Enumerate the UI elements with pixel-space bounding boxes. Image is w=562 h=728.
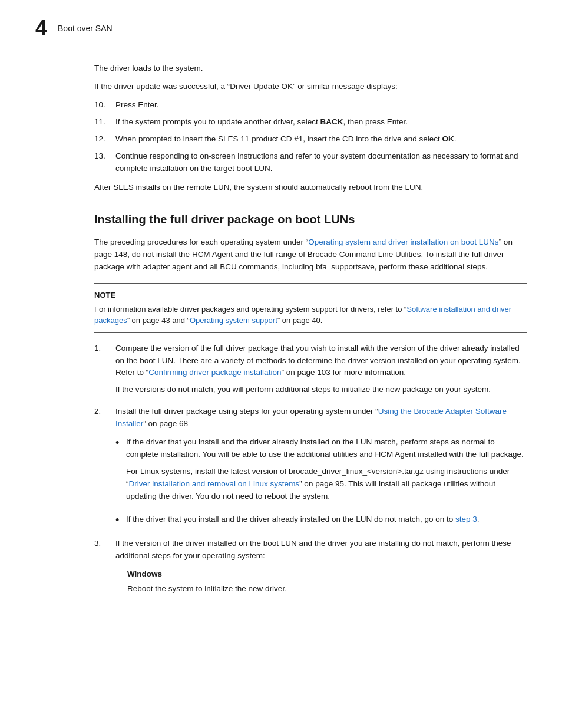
list-content-13: Continue responding to on-screen instruc… [115, 150, 527, 175]
section-heading: Installing the full driver package on bo… [94, 210, 527, 228]
step1-after: ” on page 103 for more information. [281, 368, 406, 377]
para-driver-loads: The driver loads to the system. [94, 62, 527, 75]
step-item-1: 1. Compare the version of the full drive… [94, 342, 527, 401]
note-text: For information available driver package… [94, 304, 527, 327]
bullet1-sub: For Linux systems, install the latest ve… [126, 466, 527, 503]
page-header: 4 Boot over SAN [35, 18, 527, 39]
list-content-11: If the system prompts you to update anot… [115, 116, 527, 129]
list-num-10: 10. [94, 99, 115, 111]
list-11-before: If the system prompts you to update anot… [115, 117, 320, 126]
step1-sub: If the versions do not match, you will p… [115, 384, 527, 396]
list-num-11: 11. [94, 116, 115, 129]
list-11-after: , then press Enter. [343, 117, 408, 126]
bullet1-text: If the driver that you install and the d… [126, 437, 524, 459]
steps-list-10-13: 10. Press Enter. 11. If the system promp… [94, 99, 527, 175]
list-12-bold: OK [442, 134, 454, 143]
section-intro-before: The preceding procedures for each operat… [94, 238, 308, 246]
windows-text: Reboot the system to initialize the new … [127, 583, 527, 595]
bullet-dot-1: • [115, 436, 126, 450]
chapter-number: 4 [35, 18, 47, 39]
list-12-before: When prompted to insert the SLES 11 prod… [115, 134, 442, 143]
list-content-12: When prompted to insert the SLES 11 prod… [115, 133, 527, 146]
step2-before: Install the full driver package using st… [115, 407, 378, 416]
bullet1-sub-link[interactable]: Driver installation and removal on Linux… [129, 479, 300, 488]
list-item-13: 13. Continue responding to on-screen ins… [94, 150, 527, 175]
step-num-3: 3. [94, 538, 115, 601]
note-box: NOTE For information available driver pa… [94, 283, 527, 333]
note-text-after: ” on page 40. [277, 316, 323, 325]
step1-link[interactable]: Confirming driver package installation [148, 368, 281, 377]
chapter-title: Boot over SAN [58, 22, 113, 35]
step3-windows: Windows Reboot the system to initialize … [115, 568, 527, 595]
step-content-1: Compare the version of the full driver p… [115, 342, 527, 401]
list-item-12: 12. When prompted to insert the SLES 11 … [94, 133, 527, 146]
bullet2-link[interactable]: step 3 [455, 515, 477, 523]
list-12-after: . [454, 134, 457, 143]
list-item-11: 11. If the system prompts you to update … [94, 116, 527, 129]
section-intro: The preceding procedures for each operat… [94, 236, 527, 274]
list-num-12: 12. [94, 133, 115, 146]
section-link1[interactable]: Operating system and driver installation… [308, 238, 498, 246]
para-driver-update: If the driver update was successful, a “… [94, 81, 527, 93]
note-text-before: For information available driver package… [94, 305, 406, 314]
step-item-3: 3. If the version of the driver installe… [94, 538, 527, 601]
bullet-content-1: If the driver that you install and the d… [126, 436, 527, 508]
bullet-item-2: • If the driver that you install and the… [115, 513, 527, 527]
page: 4 Boot over SAN The driver loads to the … [0, 0, 562, 728]
bullet-dot-2: • [115, 513, 126, 527]
para-after-sles: After SLES installs on the remote LUN, t… [94, 182, 527, 194]
bullet-item-1: • If the driver that you install and the… [115, 436, 527, 508]
step-num-2: 2. [94, 406, 115, 533]
list-item-10: 10. Press Enter. [94, 99, 527, 111]
list-num-13: 13. [94, 150, 115, 175]
step-content-2: Install the full driver package using st… [115, 406, 527, 533]
step2-bullets: • If the driver that you install and the… [115, 436, 527, 527]
step-item-2: 2. Install the full driver package using… [94, 406, 527, 533]
step3-text: If the version of the driver installed o… [115, 539, 511, 560]
note-label: NOTE [94, 289, 527, 301]
note-text-mid: ” on page 43 and “ [127, 316, 190, 325]
bullet2-after: . [477, 515, 480, 523]
note-link2[interactable]: Operating system support [190, 316, 277, 325]
steps-list-1-3: 1. Compare the version of the full drive… [94, 342, 527, 601]
content-area: The driver loads to the system. If the d… [35, 62, 527, 601]
windows-heading: Windows [127, 568, 527, 581]
bullet2-before: If the driver that you install and the d… [126, 515, 455, 523]
list-11-bold: BACK [320, 117, 343, 126]
step-content-3: If the version of the driver installed o… [115, 538, 527, 601]
step2-after: ” on page 68 [143, 419, 188, 428]
step-num-1: 1. [94, 342, 115, 401]
bullet-content-2: If the driver that you install and the d… [126, 513, 527, 526]
list-content-10: Press Enter. [115, 99, 527, 111]
